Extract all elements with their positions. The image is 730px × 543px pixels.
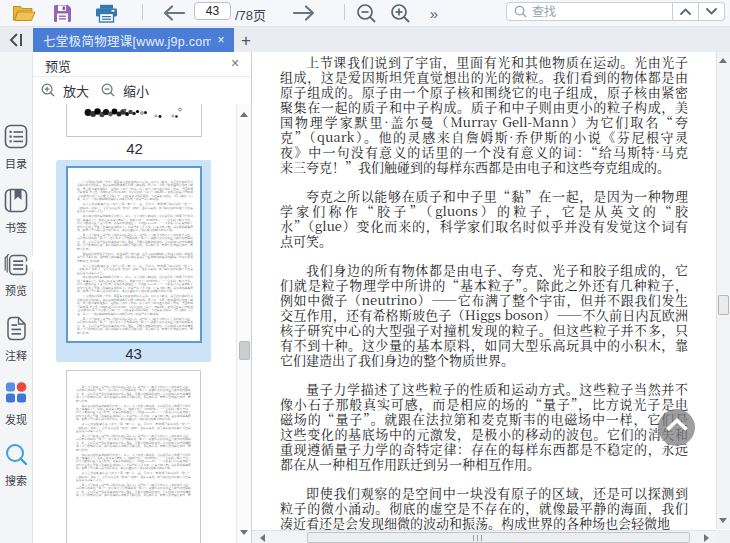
scroll-right-arrow[interactable]: [704, 534, 709, 542]
thumbnail-page-number: 43: [56, 345, 211, 362]
text-line: 水”（glue）变化而来的，科学家们取名时似乎并没有发觉这个词有: [280, 218, 688, 233]
thumbnail-zoom-in-button[interactable]: [37, 80, 59, 102]
thumbnail-page-42[interactable]: [66, 104, 202, 137]
collapse-left-icon: [8, 33, 24, 47]
sidebar-item-notes[interactable]: 注释: [0, 316, 32, 363]
collapse-sidebar-button[interactable]: [4, 32, 28, 48]
arrow-right-icon: [292, 4, 316, 22]
arrow-left-icon: [162, 4, 186, 22]
text-line: 点可笑。: [280, 233, 688, 248]
tab-close-icon[interactable]: ×: [211, 33, 231, 47]
find-previous-button[interactable]: [673, 2, 699, 21]
paragraph: 我们身边的所有物体都是由电子、夸克、光子和胶子组成的，它们就是粒子物理学中所讲的…: [280, 262, 688, 367]
scroll-up-arrow[interactable]: [719, 58, 727, 63]
sidebar-item-discover[interactable]: 发现: [0, 380, 32, 427]
thumbnail-paragraph: 上节课我们说到了宇宙，里面有光和其他物质在运动。光由光子组成，这是爱因斯坦凭直觉…: [77, 180, 193, 201]
thumbnail-paragraph: 我们身边的所有物体都是由电子、夸克、光子和胶子组成的，它们就是粒子物理学中所讲的…: [77, 275, 193, 293]
panel-close-icon[interactable]: ×: [227, 55, 243, 71]
thumbnail-page-44[interactable]: 量子力学描述了这些粒子的性质和运动方式。这些粒子当然并不像小石子那般真实可感，而…: [66, 370, 201, 543]
search-icon: [514, 5, 527, 18]
printer-icon: [95, 4, 118, 23]
sidebar-item-label: 发现: [0, 411, 32, 427]
print-button[interactable]: [94, 3, 118, 23]
document-tab[interactable]: 七堂极简物理课[www.j9p.com]. ×: [33, 28, 234, 52]
note-document-icon: [4, 316, 28, 341]
next-page-button[interactable]: [291, 1, 317, 25]
find-bar: [506, 2, 725, 21]
document-text: 上节课我们说到了宇宙，里面有光和其他物质在运动。光由光子组成，这是爱因斯坦凭直觉…: [280, 54, 688, 543]
panel-zoom-toolbar: 放大 缩小: [33, 77, 251, 104]
thumbnail-paragraph: 夸克之所以能够在质子和中子里“黏”在一起，是因为一种物理学家们称作“胶子”（gl…: [77, 202, 193, 213]
thumbnail-paragraph: 夸克之所以能够在质子和中子里“黏”在一起，是因为一种物理学家们称作“胶子”（gl…: [77, 264, 193, 275]
scrollbar-grip: [473, 535, 485, 541]
tab-bar: 七堂极简物理课[www.j9p.com]. × +: [0, 27, 730, 52]
toolbar-separator: [344, 4, 345, 20]
thumbnail-scrollbar[interactable]: [236, 104, 251, 543]
new-tab-button[interactable]: +: [236, 31, 256, 51]
thumbnail-paragraph: 量子力学描述了这些粒子的性质和运动方式。这些粒子当然并不像小石子那般真实可感，而…: [76, 434, 191, 451]
document-vertical-scrollbar[interactable]: [716, 52, 730, 529]
thumbnail-selected-wrap: 上节课我们说到了宇宙，里面有光和其他物质在运动。光由光子组成，这是爱因斯坦凭直觉…: [56, 160, 211, 362]
thumbnail-paragraph: 我们身边的所有物体都是由电子、夸克、光子和胶子组成的，它们就是粒子物理学中所讲的…: [76, 453, 191, 470]
scrollbar-thumb[interactable]: [307, 532, 690, 543]
scroll-down-arrow[interactable]: [719, 518, 727, 523]
sidebar-item-bookmarks[interactable]: 书签: [0, 188, 32, 235]
colored-squares-icon: [4, 380, 28, 405]
sidebar-item-label: 搜索: [0, 472, 32, 488]
sidebar-item-search[interactable]: 搜索: [0, 443, 32, 488]
scrollbar-thumb[interactable]: [239, 341, 250, 360]
thumbnail-text: 量子力学描述了这些粒子的性质和运动方式。这些粒子当然并不像小石子那般真实可感，而…: [76, 385, 191, 497]
thumbnail-paragraph: 即使我们观察的是空间中一块没有原子的区域，还是可以探测到粒子的微小涌动。彻底的虚…: [77, 252, 193, 263]
page-number-input[interactable]: [194, 2, 231, 20]
magnifier-plus-icon: [390, 3, 411, 24]
scrollbar-thumb[interactable]: [718, 295, 729, 315]
thumbnail-paragraph: 我们身边的所有物体都是由电子、夸克、光子和胶子组成的，它们就是粒子物理学中所讲的…: [76, 404, 191, 421]
double-chevron-icon: »: [430, 5, 438, 22]
scroll-left-arrow[interactable]: [260, 534, 265, 542]
thumbnail-paragraph: 我们身边的所有物体都是由电子、夸克、光子和胶子组成的，它们就是粒子物理学中所讲的…: [77, 214, 193, 232]
sidebar-item-label: 注释: [0, 347, 32, 363]
panel-header: 预览 ×: [33, 52, 251, 77]
scroll-up-arrow[interactable]: [240, 112, 248, 117]
find-next-button[interactable]: [699, 2, 725, 21]
search-input[interactable]: [532, 5, 662, 19]
thumbnail-page-43[interactable]: 上节课我们说到了宇宙，里面有光和其他物质在运动。光由光子组成，这是爱因斯坦凭直觉…: [66, 166, 202, 343]
paragraph: 即使我们观察的是空间中一块没有原子的区域，还是可以探测到粒子的微小涌动。彻底的虚…: [280, 485, 688, 530]
save-button[interactable]: [52, 3, 72, 23]
zoom-out-label[interactable]: 缩小: [123, 81, 149, 100]
zoom-out-button[interactable]: [355, 1, 378, 25]
thumbnail-paragraph: 量子力学描述了这些粒子的性质和运动方式。这些粒子当然并不像小石子那般真实可感，而…: [76, 483, 191, 497]
blue-magnifier-icon: [5, 443, 28, 466]
magnifier-minus-icon: [101, 83, 116, 98]
thumbnail-list: 42 上节课我们说到了宇宙，里面有光和其他物质在运动。光由光子组成，这是爱因斯坦…: [33, 104, 236, 543]
more-tools-button[interactable]: »: [424, 1, 444, 25]
thumbnail-text: 上节课我们说到了宇宙，里面有光和其他物质在运动。光由光子组成，这是爱因斯坦凭直觉…: [77, 180, 193, 335]
open-file-button[interactable]: [11, 2, 36, 24]
magnifier-minus-icon: [356, 3, 377, 24]
search-field[interactable]: [506, 2, 673, 21]
thumbnail-paragraph: 量子力学描述了这些粒子的性质和运动方式。这些粒子当然并不像小石子那般真实可感，而…: [77, 317, 193, 335]
sidebar-item-toc[interactable]: 目录: [0, 124, 32, 171]
document-horizontal-scrollbar[interactable]: [252, 530, 716, 543]
page-total-label: /78页: [235, 5, 266, 24]
zoom-in-label[interactable]: 放大: [63, 81, 89, 100]
thumbnail-paragraph: 量子力学描述了这些粒子的性质和运动方式。这些粒子当然并不像小石子那般真实可感，而…: [77, 233, 193, 251]
zoom-in-button[interactable]: [389, 1, 412, 25]
chevron-up-icon: [680, 8, 691, 15]
paragraph: 量子力学描述了这些粒子的性质和运动方式。这些粒子当然并不像小石子那般真实可感，而…: [280, 381, 688, 471]
sidebar-item-label: 预览: [0, 282, 32, 298]
back-to-top-button[interactable]: [658, 409, 695, 446]
previous-page-button[interactable]: [161, 1, 187, 25]
thumbnail-zoom-out-button[interactable]: [97, 80, 119, 102]
scroll-down-arrow[interactable]: [240, 530, 248, 535]
chevron-down-icon: [706, 8, 717, 15]
dots-figure: [84, 106, 184, 122]
plus-icon: +: [241, 31, 251, 51]
sidebar-strip: 目录 书签 预览: [0, 52, 33, 543]
thumbnail-paragraph: 夸克之所以能够在质子和中子里“黏”在一起，是因为一种物理学家们称作“胶子”（gl…: [76, 422, 191, 432]
paragraph: 上节课我们说到了宇宙，里面有光和其他物质在运动。光由光子组成，这是爱因斯坦凭直觉…: [280, 54, 688, 174]
document-view[interactable]: 上节课我们说到了宇宙，里面有光和其他物质在运动。光由光子组成，这是爱因斯坦凭直觉…: [252, 52, 730, 543]
text-line: 都在从一种相互作用跃迁到另一种相互作用。: [280, 456, 688, 471]
top-toolbar: /78页 »: [0, 0, 730, 27]
tab-title: 七堂极简物理课[www.j9p.com].: [43, 31, 211, 50]
